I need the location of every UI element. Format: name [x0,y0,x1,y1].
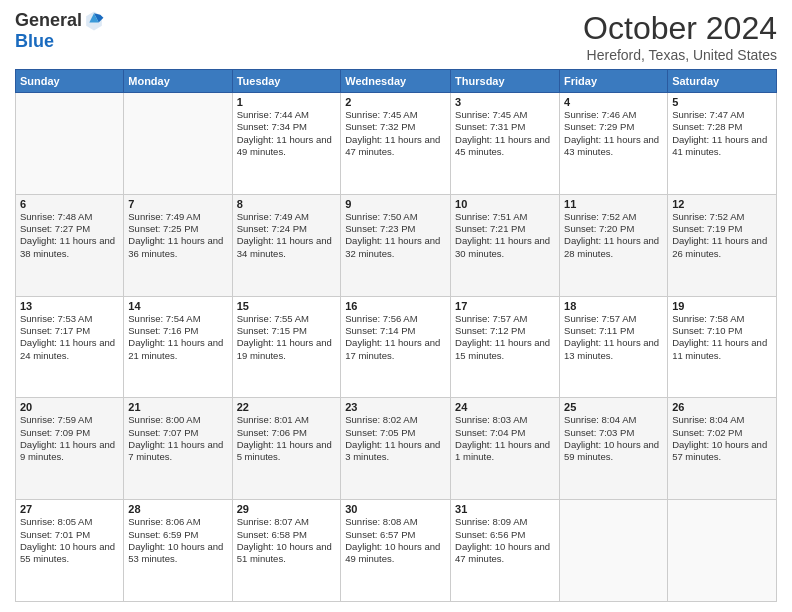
calendar-cell: 22Sunrise: 8:01 AM Sunset: 7:06 PM Dayli… [232,398,341,500]
calendar-cell: 14Sunrise: 7:54 AM Sunset: 7:16 PM Dayli… [124,296,232,398]
calendar-header-wednesday: Wednesday [341,70,451,93]
calendar-cell: 15Sunrise: 7:55 AM Sunset: 7:15 PM Dayli… [232,296,341,398]
calendar-cell: 4Sunrise: 7:46 AM Sunset: 7:29 PM Daylig… [560,93,668,195]
calendar-cell [560,500,668,602]
calendar-cell: 31Sunrise: 8:09 AM Sunset: 6:56 PM Dayli… [451,500,560,602]
day-number: 7 [128,198,227,210]
day-number: 22 [237,401,337,413]
day-info: Sunrise: 7:47 AM Sunset: 7:28 PM Dayligh… [672,109,772,158]
day-info: Sunrise: 7:50 AM Sunset: 7:23 PM Dayligh… [345,211,446,260]
day-number: 5 [672,96,772,108]
day-number: 15 [237,300,337,312]
calendar-cell: 6Sunrise: 7:48 AM Sunset: 7:27 PM Daylig… [16,194,124,296]
day-number: 23 [345,401,446,413]
calendar-header-friday: Friday [560,70,668,93]
day-number: 16 [345,300,446,312]
calendar-cell: 20Sunrise: 7:59 AM Sunset: 7:09 PM Dayli… [16,398,124,500]
day-info: Sunrise: 7:55 AM Sunset: 7:15 PM Dayligh… [237,313,337,362]
month-title: October 2024 [583,10,777,47]
day-number: 9 [345,198,446,210]
calendar-cell: 17Sunrise: 7:57 AM Sunset: 7:12 PM Dayli… [451,296,560,398]
day-number: 18 [564,300,663,312]
calendar-cell: 5Sunrise: 7:47 AM Sunset: 7:28 PM Daylig… [668,93,777,195]
day-info: Sunrise: 7:56 AM Sunset: 7:14 PM Dayligh… [345,313,446,362]
calendar-cell: 1Sunrise: 7:44 AM Sunset: 7:34 PM Daylig… [232,93,341,195]
day-number: 17 [455,300,555,312]
calendar-week-row: 20Sunrise: 7:59 AM Sunset: 7:09 PM Dayli… [16,398,777,500]
calendar-header-tuesday: Tuesday [232,70,341,93]
logo-blue-text: Blue [15,31,54,51]
calendar-cell [124,93,232,195]
day-number: 6 [20,198,119,210]
calendar-week-row: 1Sunrise: 7:44 AM Sunset: 7:34 PM Daylig… [16,93,777,195]
day-number: 30 [345,503,446,515]
day-number: 27 [20,503,119,515]
calendar-cell: 26Sunrise: 8:04 AM Sunset: 7:02 PM Dayli… [668,398,777,500]
day-info: Sunrise: 7:57 AM Sunset: 7:12 PM Dayligh… [455,313,555,362]
day-number: 31 [455,503,555,515]
calendar-cell: 28Sunrise: 8:06 AM Sunset: 6:59 PM Dayli… [124,500,232,602]
day-number: 28 [128,503,227,515]
day-info: Sunrise: 8:08 AM Sunset: 6:57 PM Dayligh… [345,516,446,565]
day-number: 10 [455,198,555,210]
day-info: Sunrise: 7:52 AM Sunset: 7:19 PM Dayligh… [672,211,772,260]
day-info: Sunrise: 7:53 AM Sunset: 7:17 PM Dayligh… [20,313,119,362]
calendar-cell: 24Sunrise: 8:03 AM Sunset: 7:04 PM Dayli… [451,398,560,500]
day-info: Sunrise: 8:04 AM Sunset: 7:03 PM Dayligh… [564,414,663,463]
day-number: 14 [128,300,227,312]
calendar-cell: 30Sunrise: 8:08 AM Sunset: 6:57 PM Dayli… [341,500,451,602]
day-number: 26 [672,401,772,413]
day-info: Sunrise: 7:54 AM Sunset: 7:16 PM Dayligh… [128,313,227,362]
calendar-cell: 18Sunrise: 7:57 AM Sunset: 7:11 PM Dayli… [560,296,668,398]
title-block: October 2024 Hereford, Texas, United Sta… [583,10,777,63]
calendar-cell: 21Sunrise: 8:00 AM Sunset: 7:07 PM Dayli… [124,398,232,500]
logo-general-text: General [15,10,82,30]
day-number: 1 [237,96,337,108]
day-info: Sunrise: 8:05 AM Sunset: 7:01 PM Dayligh… [20,516,119,565]
calendar-cell: 13Sunrise: 7:53 AM Sunset: 7:17 PM Dayli… [16,296,124,398]
day-info: Sunrise: 8:09 AM Sunset: 6:56 PM Dayligh… [455,516,555,565]
calendar-cell [668,500,777,602]
calendar-cell: 12Sunrise: 7:52 AM Sunset: 7:19 PM Dayli… [668,194,777,296]
day-info: Sunrise: 8:01 AM Sunset: 7:06 PM Dayligh… [237,414,337,463]
calendar-cell: 7Sunrise: 7:49 AM Sunset: 7:25 PM Daylig… [124,194,232,296]
calendar-cell: 8Sunrise: 7:49 AM Sunset: 7:24 PM Daylig… [232,194,341,296]
day-info: Sunrise: 8:03 AM Sunset: 7:04 PM Dayligh… [455,414,555,463]
day-info: Sunrise: 7:52 AM Sunset: 7:20 PM Dayligh… [564,211,663,260]
day-info: Sunrise: 8:06 AM Sunset: 6:59 PM Dayligh… [128,516,227,565]
calendar-cell: 23Sunrise: 8:02 AM Sunset: 7:05 PM Dayli… [341,398,451,500]
day-info: Sunrise: 7:57 AM Sunset: 7:11 PM Dayligh… [564,313,663,362]
calendar-cell: 3Sunrise: 7:45 AM Sunset: 7:31 PM Daylig… [451,93,560,195]
day-info: Sunrise: 8:02 AM Sunset: 7:05 PM Dayligh… [345,414,446,463]
location: Hereford, Texas, United States [583,47,777,63]
day-info: Sunrise: 7:48 AM Sunset: 7:27 PM Dayligh… [20,211,119,260]
day-number: 24 [455,401,555,413]
day-number: 29 [237,503,337,515]
calendar-header-saturday: Saturday [668,70,777,93]
calendar-cell: 29Sunrise: 8:07 AM Sunset: 6:58 PM Dayli… [232,500,341,602]
day-number: 2 [345,96,446,108]
day-info: Sunrise: 8:07 AM Sunset: 6:58 PM Dayligh… [237,516,337,565]
calendar-table: SundayMondayTuesdayWednesdayThursdayFrid… [15,69,777,602]
logo: General Blue [15,10,104,52]
day-info: Sunrise: 7:45 AM Sunset: 7:32 PM Dayligh… [345,109,446,158]
day-info: Sunrise: 8:00 AM Sunset: 7:07 PM Dayligh… [128,414,227,463]
day-number: 4 [564,96,663,108]
calendar-cell: 9Sunrise: 7:50 AM Sunset: 7:23 PM Daylig… [341,194,451,296]
calendar-week-row: 27Sunrise: 8:05 AM Sunset: 7:01 PM Dayli… [16,500,777,602]
day-number: 11 [564,198,663,210]
day-number: 20 [20,401,119,413]
header: General Blue October 2024 Hereford, Texa… [15,10,777,63]
day-info: Sunrise: 7:45 AM Sunset: 7:31 PM Dayligh… [455,109,555,158]
day-number: 3 [455,96,555,108]
day-number: 19 [672,300,772,312]
calendar-cell: 16Sunrise: 7:56 AM Sunset: 7:14 PM Dayli… [341,296,451,398]
day-info: Sunrise: 7:49 AM Sunset: 7:25 PM Dayligh… [128,211,227,260]
calendar-cell [16,93,124,195]
day-number: 8 [237,198,337,210]
calendar-header-monday: Monday [124,70,232,93]
calendar-cell: 11Sunrise: 7:52 AM Sunset: 7:20 PM Dayli… [560,194,668,296]
calendar-cell: 19Sunrise: 7:58 AM Sunset: 7:10 PM Dayli… [668,296,777,398]
logo-icon [84,10,104,32]
calendar-week-row: 6Sunrise: 7:48 AM Sunset: 7:27 PM Daylig… [16,194,777,296]
